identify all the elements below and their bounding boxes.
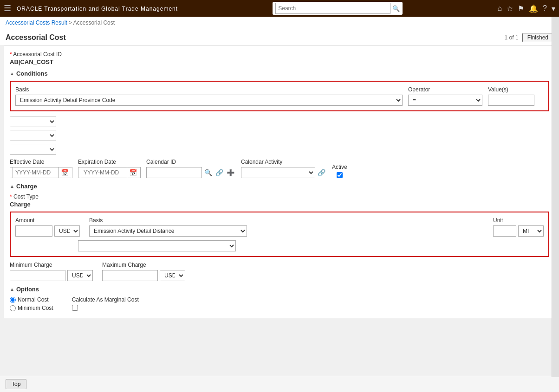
condition-row: Basis Emission Activity Detail Province …: [15, 86, 544, 106]
basis-group: Basis Emission Activity Detail Province …: [15, 86, 403, 106]
calendar-activity-group: Calendar Activity 🔗: [241, 159, 326, 178]
minimum-cost-label-text: Minimum Cost: [18, 305, 53, 311]
basis-select[interactable]: Emission Activity Detail Province CodeWe…: [15, 95, 403, 106]
main-content: Accessorial Cost ID AB|CAN_COST ▲ Condit…: [4, 45, 555, 318]
effective-date-input-container: 📅: [10, 167, 72, 178]
options-collapse-icon[interactable]: ▲: [10, 287, 14, 292]
calendar-id-add-icon[interactable]: ➕: [226, 168, 235, 177]
max-charge-label: Maximum Charge: [102, 262, 185, 268]
collapse-icon[interactable]: ▲: [10, 71, 14, 76]
search-area: 🔍: [182, 2, 494, 15]
extra-select-3[interactable]: [10, 144, 56, 155]
flag-icon[interactable]: ⚑: [518, 4, 524, 13]
expiration-date-calendar-icon[interactable]: 📅: [128, 168, 138, 177]
normal-cost-label-text: Normal Cost: [18, 296, 49, 303]
conditions-label: Conditions: [16, 70, 48, 77]
effective-date-calendar-icon[interactable]: 📅: [60, 168, 70, 177]
max-charge-currency-select[interactable]: USDCADEUR: [160, 270, 185, 281]
effective-date-label: Effective Date: [10, 159, 72, 165]
options-label: Options: [16, 286, 39, 293]
effective-date-group: Effective Date 📅: [10, 159, 72, 178]
extra-selects: [10, 116, 549, 155]
conditions-highlight-box: Basis Emission Activity Detail Province …: [10, 81, 549, 111]
calendar-id-input[interactable]: [146, 167, 202, 178]
active-group: Active: [332, 164, 347, 178]
star-icon[interactable]: ☆: [507, 4, 513, 13]
oracle-logo: ORACLETransportation and Global Trade Ma…: [15, 5, 178, 12]
expiration-date-input[interactable]: [81, 167, 127, 178]
values-group: Value(s) AB: [488, 86, 544, 106]
extra-select-row-2: [10, 130, 549, 141]
calc-marginal-cost-label[interactable]: Calculate As Marginal Cost: [72, 296, 139, 303]
cost-type-radio-group: Normal Cost Minimum Cost: [10, 296, 53, 311]
bell-icon[interactable]: 🔔: [529, 4, 538, 13]
extra-select-row-1: [10, 116, 549, 127]
calc-marginal-checkbox-row: [72, 305, 139, 312]
amount-basis-unit-row: Amount 0.7400 USDCADEURGBP Basis Emissio…: [15, 217, 544, 237]
extra-select-row-3: [10, 144, 549, 155]
min-charge-input-row: USDCADEUR: [10, 270, 93, 281]
min-charge-input[interactable]: [10, 270, 65, 281]
unit-type-select[interactable]: MIKM: [518, 225, 544, 237]
calendar-id-link-icon[interactable]: 🔗: [214, 168, 224, 177]
minimum-cost-radio[interactable]: [10, 305, 16, 311]
calendar-id-label: Calendar ID: [146, 159, 235, 165]
home-icon[interactable]: ⌂: [497, 4, 502, 13]
extra-select-1[interactable]: [10, 116, 56, 127]
chevron-down-icon[interactable]: ▾: [552, 4, 555, 13]
calc-marginal-cost-checkbox[interactable]: [72, 305, 78, 311]
calendar-id-group: Calendar ID 🔍 🔗 ➕: [146, 159, 235, 178]
min-charge-currency-select[interactable]: USDCADEUR: [67, 270, 93, 281]
unit-input-row: 1 MIKM: [493, 225, 544, 237]
max-charge-input-row: USDCADEUR: [102, 270, 185, 281]
cost-type-label: Cost Type: [10, 193, 549, 200]
help-icon[interactable]: ?: [543, 4, 547, 13]
search-input[interactable]: [275, 3, 390, 14]
charge-basis-2-select[interactable]: [78, 240, 236, 251]
max-charge-group: Maximum Charge USDCADEUR: [102, 262, 185, 281]
top-navbar: ☰ ORACLETransportation and Global Trade …: [0, 0, 559, 17]
calendar-activity-link-icon[interactable]: 🔗: [317, 168, 326, 177]
page-navigation: 1 of 1 Finished: [505, 33, 553, 42]
scroll-bar-right[interactable]: [552, 17, 559, 322]
normal-cost-radio-label[interactable]: Normal Cost: [10, 296, 53, 303]
extra-select-2[interactable]: [10, 130, 56, 141]
marginal-cost-section: Calculate As Marginal Cost: [72, 296, 139, 312]
max-charge-input[interactable]: [102, 270, 158, 281]
calendar-id-search-icon[interactable]: 🔍: [203, 168, 213, 177]
charge-basis-group: Basis Emission Activity Detail DistanceE…: [89, 217, 484, 237]
values-label: Value(s): [488, 86, 544, 93]
charge-basis-select[interactable]: Emission Activity Detail DistanceEmissio…: [89, 225, 247, 237]
brand-area: ORACLETransportation and Global Trade Ma…: [15, 5, 178, 12]
amount-highlight-box: Amount 0.7400 USDCADEURGBP Basis Emissio…: [10, 212, 549, 257]
active-checkbox[interactable]: [332, 172, 347, 178]
options-section-header: ▲ Options: [10, 286, 549, 293]
page-header: Accessorial Cost 1 of 1 Finished: [0, 29, 559, 45]
breadcrumb-parent-link[interactable]: Accessorial Costs Result: [6, 19, 67, 26]
unit-value-input[interactable]: 1: [493, 225, 516, 237]
cost-type-section: Cost Type Charge: [10, 193, 549, 208]
pagination-text: 1 of 1: [505, 34, 519, 41]
amount-input[interactable]: 0.7400: [15, 225, 52, 237]
accessorial-cost-id-label: Accessorial Cost ID: [10, 51, 549, 58]
normal-cost-radio[interactable]: [10, 297, 16, 303]
status-badge: Finished: [522, 33, 553, 42]
options-row: Normal Cost Minimum Cost Calculate As Ma…: [10, 296, 549, 312]
amount-input-row: 0.7400 USDCADEURGBP: [15, 225, 80, 237]
minimum-cost-radio-label[interactable]: Minimum Cost: [10, 305, 53, 311]
expiration-date-input-container: 📅: [78, 167, 141, 178]
search-icon[interactable]: 🔍: [392, 5, 400, 12]
operator-label: Operator: [408, 86, 482, 93]
charge-section-header: ▲ Charge: [10, 183, 549, 190]
charge-collapse-icon[interactable]: ▲: [10, 184, 14, 189]
operator-select[interactable]: =!=<><=>=: [408, 95, 482, 106]
values-input[interactable]: AB: [488, 95, 534, 106]
hamburger-menu-icon[interactable]: ☰: [4, 3, 11, 13]
charge-basis-2-row: [15, 240, 544, 251]
calendar-id-row: 🔍 🔗 ➕: [146, 167, 235, 178]
operator-group: Operator =!=<><=>=: [408, 86, 482, 106]
effective-date-input[interactable]: [13, 167, 59, 178]
amount-currency-select[interactable]: USDCADEURGBP: [54, 225, 80, 237]
breadcrumb: Accessorial Costs Result > Accessorial C…: [0, 17, 559, 29]
calendar-activity-select[interactable]: [241, 167, 315, 178]
